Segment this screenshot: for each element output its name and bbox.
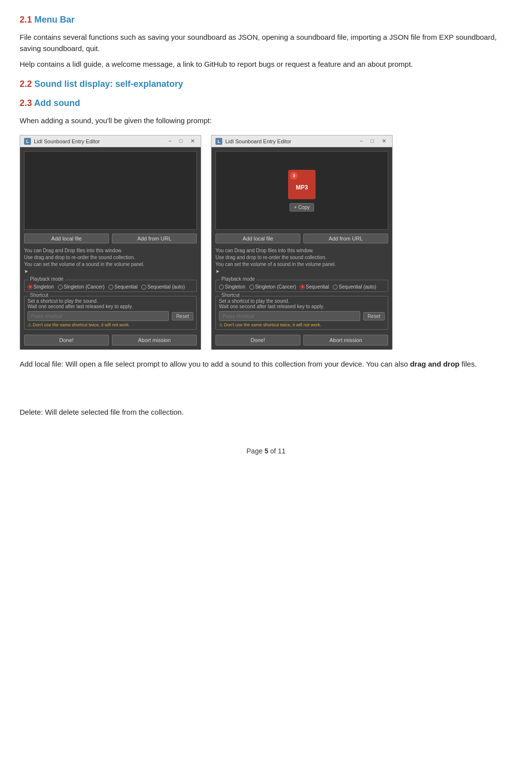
radio-sequential-1[interactable]: Sequential <box>108 284 137 290</box>
shortcut-info-1: Set a shortcut to play the sound. Wait o… <box>27 298 193 309</box>
shortcut-row-2: Reset <box>219 311 385 321</box>
radio-sequential-auto-2[interactable]: Sequential (auto) <box>333 284 376 290</box>
section-2-2: 2.2 Sound list display: self-explanatory <box>20 79 512 89</box>
shortcut-line2-1: Wait one second after last released key … <box>27 304 193 309</box>
btn-row-1: Add local file Add from URL <box>24 234 197 243</box>
radio-circle-sequential-2 <box>300 285 305 290</box>
screenshot-2: L Lidl Sounboard Entry Editor − □ ✕ 3 MP… <box>211 135 393 350</box>
bold-drag-drop: drag and drop <box>410 360 459 368</box>
playback-panel-label-1: Playback mode <box>28 276 65 282</box>
shortcut-panel-1: Shortcut Set a shortcut to play the soun… <box>24 296 197 330</box>
section-2-3: 2.3 Add sound When adding a sound, you'l… <box>20 98 512 127</box>
bottom-btns-2: Done! Abort mission <box>215 335 388 345</box>
add-from-url-btn-2[interactable]: Add from URL <box>303 234 388 243</box>
mp3-icon-wrap: 3 MP3 + Copy <box>288 170 316 212</box>
screenshots-row: L Lidl Sounboard Entry Editor − □ ✕ Add … <box>20 135 512 350</box>
abort-button-1[interactable]: Abort mission <box>112 335 197 345</box>
section-2-1: 2.1 Menu Bar File contains several funct… <box>20 15 512 70</box>
add-from-url-btn-1[interactable]: Add from URL <box>112 234 197 243</box>
close-button-1[interactable]: ✕ <box>188 138 197 144</box>
mp3-icon: 3 MP3 <box>288 170 316 199</box>
radio-circle-singleton-1 <box>27 285 32 290</box>
file-drop-area-1[interactable] <box>24 151 197 230</box>
section-num-2-1: 2.1 <box>20 15 32 25</box>
mp3-text: MP3 <box>296 184 308 191</box>
after-para-2 <box>20 375 512 386</box>
radio-sequential-auto-1[interactable]: Sequential (auto) <box>141 284 185 290</box>
after-para-3 <box>20 391 512 402</box>
section-2-1-para-2: Help contains a lidl guide, a welcome me… <box>20 59 512 70</box>
app-icon-1: L <box>24 138 31 145</box>
radio-sequential-2[interactable]: Sequential <box>300 284 329 290</box>
section-title-2-2: Sound list display: self-explanatory <box>34 79 183 89</box>
shortcut-info-2: Set a shortcut to play the sound. Wait o… <box>219 298 385 309</box>
add-local-file-btn-1[interactable]: Add local file <box>24 234 109 243</box>
radio-label-sequential-1: Sequential <box>114 284 137 290</box>
maximize-button-2[interactable]: □ <box>369 138 376 144</box>
done-button-2[interactable]: Done! <box>215 335 300 345</box>
radio-label-singleton-1: Singleton <box>33 284 54 290</box>
titlebar-1: L Lidl Sounboard Entry Editor − □ ✕ <box>20 135 201 147</box>
done-button-1[interactable]: Done! <box>24 335 109 345</box>
reset-button-2[interactable]: Reset <box>363 312 385 320</box>
btn-row-2: Add local file Add from URL <box>215 234 388 243</box>
footer-of-text: of <box>268 447 278 455</box>
titlebar-buttons-1: − □ ✕ <box>166 138 197 144</box>
shortcut-panel-label-1: Shortcut <box>28 292 50 298</box>
minimize-button-2[interactable]: − <box>358 138 365 144</box>
radio-circle-singleton-cancer-1 <box>58 285 63 290</box>
file-drop-area-2[interactable]: 3 MP3 + Copy <box>215 151 388 230</box>
shortcut-input-2[interactable] <box>219 311 360 321</box>
section-2-1-para-1: File contains several functions such as … <box>20 32 512 54</box>
section-title-2-1: Menu Bar <box>34 15 75 25</box>
info-line-2-0: You can Drag and Drop files into this wi… <box>215 247 388 254</box>
info-line-1-0: You can Drag and Drop files into this wi… <box>24 247 197 254</box>
radio-singleton-cancer-2[interactable]: Singleton (Cancer) <box>249 284 296 290</box>
radio-singleton-2[interactable]: Singleton <box>219 284 245 290</box>
bottom-btns-1: Done! Abort mission <box>24 335 197 345</box>
maximize-button-1[interactable]: □ <box>177 138 185 144</box>
radio-row-1: Singleton Singleton (Cancer) Sequential … <box>27 284 193 290</box>
radio-label-singleton-2: Singleton <box>225 284 245 290</box>
radio-row-2: Singleton Singleton (Cancer) Sequential … <box>219 284 385 290</box>
playback-mode-panel-2: Playback mode Singleton Singleton (Cance… <box>215 280 388 292</box>
playback-mode-panel-1: Playback mode Singleton Singleton (Cance… <box>24 280 197 292</box>
shortcut-warning-2: ⚠ Don't use the same shortcut twice, it … <box>219 322 385 327</box>
radio-label-sequential-auto-2: Sequential (auto) <box>339 284 376 290</box>
mp3-badge: 3 <box>290 172 298 180</box>
playback-panel-label-2: Playback mode <box>220 276 256 282</box>
radio-circle-singleton-2 <box>219 285 224 290</box>
close-button-2[interactable]: ✕ <box>380 138 388 144</box>
abort-button-2[interactable]: Abort mission <box>303 335 388 345</box>
footer-text: Page <box>246 447 265 455</box>
shortcut-warning-1: ⚠ Don't use the same shortcut twice, it … <box>27 322 193 327</box>
footer-total-pages: 11 <box>278 447 286 455</box>
page-footer: Page 5 of 11 <box>20 447 512 455</box>
sc-content-1: Add local file Add from URL You can Drag… <box>20 147 201 349</box>
radio-singleton-1[interactable]: Singleton <box>27 284 54 290</box>
shortcut-line1-1: Set a shortcut to play the sound. <box>27 298 193 304</box>
shortcut-line1-2: Set a shortcut to play the sound. <box>219 298 385 304</box>
heading-2-2: 2.2 Sound list display: self-explanatory <box>20 79 512 89</box>
screenshot-1: L Lidl Sounboard Entry Editor − □ ✕ Add … <box>20 135 201 350</box>
sc-info-2: You can Drag and Drop files into this wi… <box>215 245 388 276</box>
add-local-file-btn-2[interactable]: Add local file <box>215 234 300 243</box>
radio-label-sequential-2: Sequential <box>306 284 329 290</box>
radio-singleton-cancer-1[interactable]: Singleton (Cancer) <box>58 284 105 290</box>
arrow-icon-1: ► <box>24 268 197 275</box>
shortcut-row-1: Reset <box>27 311 193 321</box>
copy-button[interactable]: + Copy <box>290 203 314 212</box>
titlebar-title-2: Lidl Sounboard Entry Editor <box>225 138 355 144</box>
shortcut-panel-label-2: Shortcut <box>220 292 241 298</box>
titlebar-title-1: Lidl Sounboard Entry Editor <box>34 138 163 144</box>
radio-label-sequential-auto-1: Sequential (auto) <box>147 284 185 290</box>
reset-button-1[interactable]: Reset <box>172 312 193 320</box>
heading-2-3: 2.3 Add sound <box>20 98 512 108</box>
shortcut-input-1[interactable] <box>27 311 169 321</box>
titlebar-2: L Lidl Sounboard Entry Editor − □ ✕ <box>212 135 392 147</box>
titlebar-buttons-2: − □ ✕ <box>358 138 388 144</box>
minimize-button-1[interactable]: − <box>166 138 173 144</box>
arrow-icon-2: ► <box>215 268 388 275</box>
shortcut-line2-2: Wait one second after last released key … <box>219 304 385 309</box>
info-line-1-1: Use drag and drop to re-order the sound … <box>24 254 197 261</box>
